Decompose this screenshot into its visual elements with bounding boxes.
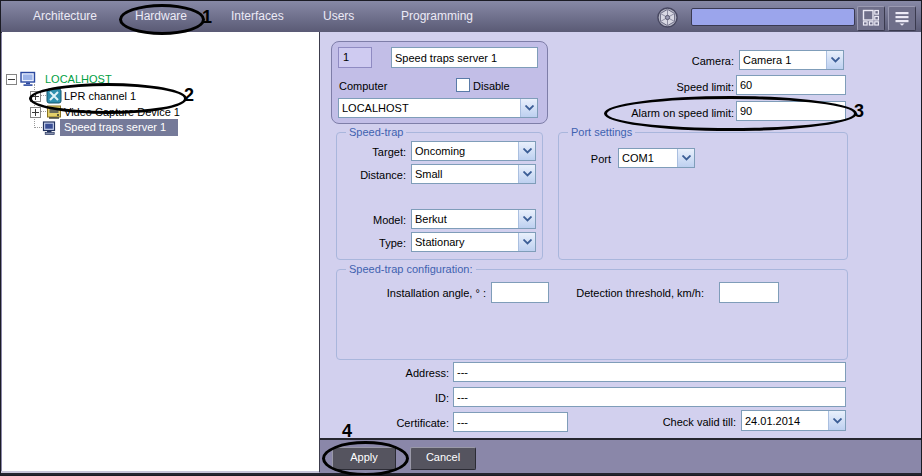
model-dropdown[interactable]: Berkut: [411, 209, 536, 229]
tree-item-speed-traps-selected[interactable]: Speed traps server 1: [60, 119, 178, 136]
menu-item-programming[interactable]: Programming: [401, 9, 473, 23]
tree-item-lpr-channel[interactable]: LPR channel 1: [64, 88, 136, 104]
expander-video-capture[interactable]: [30, 107, 41, 118]
disable-label: Disable: [473, 79, 510, 93]
tree-item-video-capture[interactable]: Video Capture Device 1: [64, 104, 180, 120]
window-bottom-edge: [1, 473, 922, 475]
main-menu-button[interactable]: [888, 6, 916, 31]
menu-item-hardware[interactable]: Hardware: [135, 9, 187, 23]
top-menu-bar: Architecture Hardware Interfaces Users P…: [1, 1, 921, 33]
menu-item-interfaces[interactable]: Interfaces: [231, 9, 284, 23]
chevron-down-icon: [518, 165, 535, 183]
distance-dropdown[interactable]: Small: [411, 164, 536, 184]
check-valid-till-dropdown[interactable]: 24.01.2014: [741, 410, 846, 431]
alarm-speed-limit-input[interactable]: [736, 101, 846, 121]
speed-trap-config-group-title: Speed-trap configuration:: [346, 263, 476, 275]
type-label: Type:: [336, 236, 406, 250]
app-window: Architecture Hardware Interfaces Users P…: [0, 0, 922, 476]
computer-label: Computer: [339, 79, 387, 93]
object-id-field: 1: [338, 47, 372, 68]
chevron-down-icon: [828, 411, 845, 430]
tree-item-localhost[interactable]: LOCALHOST: [45, 71, 112, 87]
device-tree-panel: LOCALHOST LPR channel 1 Video Capture De…: [2, 32, 321, 472]
menu-item-users[interactable]: Users: [323, 9, 354, 23]
apply-button[interactable]: Apply: [332, 447, 396, 470]
chevron-down-icon: [677, 149, 694, 167]
speed-trap-group-title: Speed-trap: [346, 126, 406, 138]
lpr-channel-icon: [46, 88, 62, 104]
speed-trap-server-icon: [42, 120, 58, 136]
computer-monitor-icon: [20, 71, 36, 87]
target-label: Target:: [336, 145, 406, 159]
expander-lpr-channel[interactable]: [30, 91, 41, 102]
type-dropdown[interactable]: Stationary: [411, 232, 536, 252]
hamburger-menu-icon: [894, 10, 910, 28]
id-input[interactable]: [453, 387, 846, 407]
speed-limit-input[interactable]: [736, 75, 846, 95]
id-label: ID:: [391, 391, 449, 405]
target-dropdown[interactable]: Oncoming: [411, 141, 536, 161]
expander-localhost[interactable]: [6, 74, 17, 85]
distance-label: Distance:: [336, 168, 406, 182]
address-input[interactable]: [453, 362, 846, 382]
port-dropdown[interactable]: COM1: [618, 148, 695, 168]
layout-grid-icon: [862, 9, 880, 28]
disable-checkbox[interactable]: [456, 78, 470, 92]
installation-angle-label: Installation angle, ° :: [336, 286, 486, 300]
model-label: Model:: [336, 213, 406, 227]
aperture-icon[interactable]: [656, 6, 679, 29]
video-capture-icon: [46, 104, 62, 120]
camera-label: Camera:: [601, 54, 734, 68]
check-valid-till-label: Check valid till:: [639, 415, 736, 429]
detection-threshold-label: Detection threshold, km/h:: [544, 286, 704, 300]
chevron-down-icon: [518, 210, 535, 228]
certificate-label: Certificate:: [379, 416, 449, 430]
object-name-input[interactable]: [391, 47, 538, 68]
computer-dropdown[interactable]: LOCALHOST: [338, 98, 538, 118]
port-settings-group-title: Port settings: [568, 126, 635, 138]
chevron-down-icon: [518, 233, 535, 251]
chevron-down-icon: [826, 51, 843, 69]
cancel-button[interactable]: Cancel: [410, 447, 476, 470]
speed-limit-label: Speed limit:: [601, 80, 734, 94]
detection-threshold-input[interactable]: [719, 282, 779, 303]
screens-layout-button[interactable]: [857, 6, 885, 31]
chevron-down-icon: [520, 99, 537, 117]
camera-dropdown[interactable]: Camera 1: [739, 50, 844, 70]
chevron-down-icon: [518, 142, 535, 160]
address-label: Address:: [391, 366, 449, 380]
menu-item-architecture[interactable]: Architecture: [33, 9, 97, 23]
alarm-speed-limit-label: Alarm on speed limit:: [601, 106, 734, 120]
installation-angle-input[interactable]: [491, 282, 549, 303]
search-input[interactable]: [691, 8, 855, 26]
certificate-input[interactable]: [453, 412, 568, 432]
port-label: Port: [561, 152, 611, 166]
